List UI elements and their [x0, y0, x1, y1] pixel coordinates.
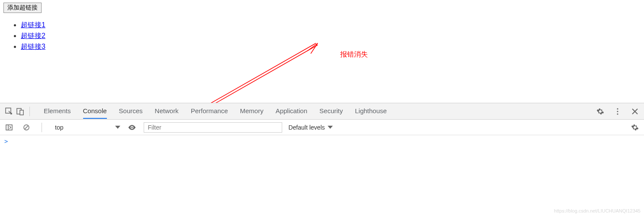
sidebar-toggle-icon[interactable] — [3, 122, 15, 133]
filter-input[interactable] — [144, 122, 282, 133]
devtools-header-actions — [595, 106, 641, 117]
tab-application[interactable]: Application — [276, 104, 307, 119]
inspect-icon[interactable] — [3, 106, 15, 117]
hyperlink[interactable]: 超链接3 — [21, 43, 45, 50]
devtools-panel: Elements Console Sources Network Perform… — [0, 103, 644, 213]
tab-memory[interactable]: Memory — [240, 104, 264, 119]
tab-performance[interactable]: Performance — [191, 104, 228, 119]
svg-rect-4 — [20, 110, 23, 115]
clear-console-icon[interactable] — [21, 122, 32, 133]
list-item: 超链接1 — [21, 21, 641, 30]
log-levels-selector[interactable]: Default levels — [288, 124, 332, 131]
console-toolbar: top Default levels — [0, 120, 644, 135]
watermark: https://blog.csdn.net/LIUCHUANQI12345 — [554, 208, 641, 213]
list-item: 超链接3 — [21, 42, 641, 51]
tab-security[interactable]: Security — [319, 104, 343, 119]
hyperlink[interactable]: 超链接1 — [21, 21, 45, 29]
console-prompt: > — [4, 138, 8, 145]
more-icon[interactable] — [612, 106, 623, 117]
tab-elements[interactable]: Elements — [44, 104, 71, 119]
chevron-down-icon — [328, 126, 333, 129]
svg-point-6 — [617, 111, 618, 112]
gear-icon[interactable] — [629, 122, 641, 133]
svg-line-13 — [25, 126, 28, 129]
context-selector[interactable]: top — [52, 124, 120, 131]
gear-icon[interactable] — [595, 106, 606, 117]
close-icon[interactable] — [629, 106, 641, 117]
annotation-text: 报错消失 — [340, 50, 368, 59]
add-hyperlink-button[interactable]: 添加超链接 — [3, 3, 42, 13]
console-output[interactable]: > — [0, 135, 644, 213]
hyperlink[interactable]: 超链接2 — [21, 32, 45, 39]
divider — [42, 123, 42, 132]
live-expression-icon[interactable] — [126, 122, 138, 133]
tab-lighthouse[interactable]: Lighthouse — [355, 104, 386, 119]
levels-label: Default levels — [288, 124, 325, 131]
chevron-down-icon — [115, 126, 120, 129]
svg-point-7 — [617, 113, 618, 114]
device-toggle-icon[interactable] — [15, 106, 26, 117]
list-item: 超链接2 — [21, 32, 641, 41]
devtools-header: Elements Console Sources Network Perform… — [0, 103, 644, 120]
tab-console[interactable]: Console — [83, 104, 107, 119]
tab-network[interactable]: Network — [155, 104, 179, 119]
page-content: 添加超链接 超链接1 超链接2 超链接3 — [0, 0, 644, 56]
tab-sources[interactable]: Sources — [119, 104, 143, 119]
svg-point-5 — [617, 108, 618, 109]
hyperlink-list: 超链接1 超链接2 超链接3 — [21, 21, 641, 51]
context-value: top — [55, 124, 63, 131]
devtools-tabs: Elements Console Sources Network Perform… — [44, 104, 595, 119]
divider — [29, 107, 30, 116]
